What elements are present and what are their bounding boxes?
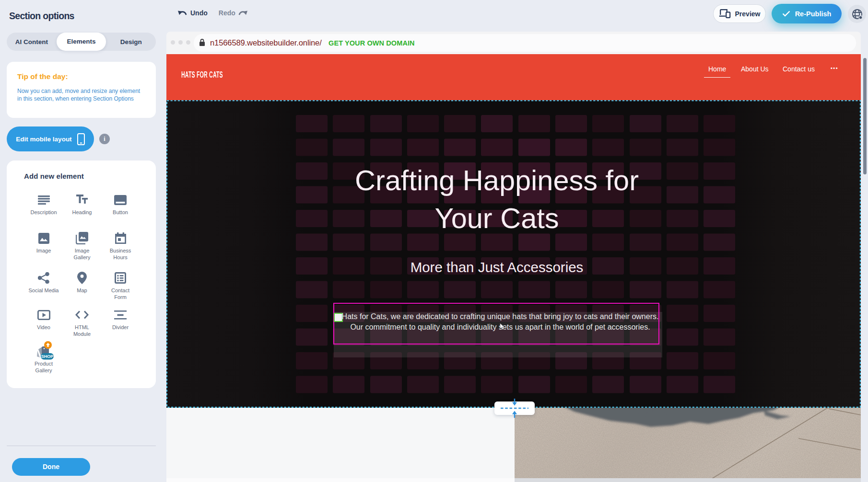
svg-text:SHOP: SHOP — [41, 354, 54, 359]
